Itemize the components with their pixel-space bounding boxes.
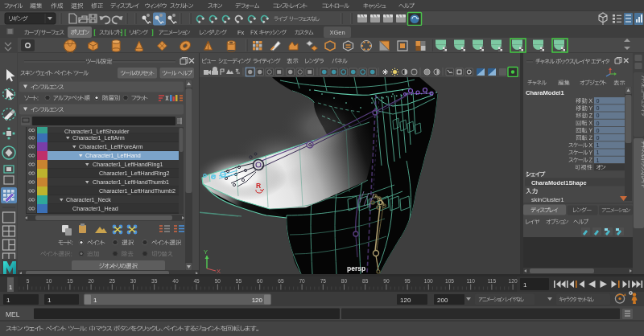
svg-text:0: 0 (597, 127, 600, 134)
svg-text:X: X (217, 268, 221, 275)
svg-text:25: 25 (109, 278, 116, 284)
svg-text:1: 1 (523, 281, 527, 289)
svg-text:110: 110 (466, 278, 475, 284)
svg-text:0: 0 (597, 104, 600, 112)
svg-text:CharaModel1Shape: CharaModel1Shape (531, 179, 587, 186)
svg-text:Fx: Fx (237, 29, 245, 36)
svg-text:XGen: XGen (329, 29, 345, 36)
svg-text:80: 80 (341, 278, 348, 284)
svg-text:skinCluster1: skinCluster1 (531, 196, 564, 203)
svg-text:Character1_LeftHandThumb2: Character1_LeftHandThumb2 (99, 187, 175, 195)
svg-text:15: 15 (67, 278, 73, 284)
svg-text:75: 75 (320, 278, 327, 284)
svg-text:1: 1 (6, 297, 10, 304)
svg-text:0: 0 (597, 134, 600, 141)
svg-text:100: 100 (424, 278, 433, 284)
svg-text:20: 20 (88, 278, 94, 284)
svg-text:120: 120 (400, 297, 411, 304)
svg-text:Y: Y (204, 248, 208, 256)
svg-text:10: 10 (46, 278, 52, 284)
svg-text:35: 35 (151, 278, 158, 284)
svg-text:persp: persp (347, 264, 365, 272)
svg-text:85: 85 (362, 278, 369, 284)
svg-text:90: 90 (383, 278, 390, 284)
svg-text:1: 1 (47, 297, 52, 304)
svg-text:95: 95 (404, 278, 411, 284)
svg-text:Character1_LeftHandRing1: Character1_LeftHandRing1 (93, 161, 163, 168)
svg-text:1: 1 (93, 297, 97, 304)
svg-text:115: 115 (488, 278, 497, 284)
svg-text:40: 40 (172, 278, 179, 284)
svg-text:65: 65 (278, 278, 284, 284)
svg-text:0: 0 (597, 120, 600, 127)
svg-text:200: 200 (437, 297, 448, 304)
svg-text:R: R (256, 182, 261, 190)
svg-text:5: 5 (27, 278, 30, 284)
svg-text:105: 105 (445, 278, 454, 284)
svg-text:60: 60 (257, 278, 263, 284)
svg-text:120: 120 (252, 297, 263, 304)
svg-text:1: 1 (597, 157, 600, 164)
svg-text:Character1_Neck: Character1_Neck (66, 196, 111, 203)
svg-text:120: 120 (509, 278, 518, 284)
svg-text:30: 30 (130, 278, 137, 284)
svg-text:Character1_LeftShoulder: Character1_LeftShoulder (64, 128, 130, 135)
svg-text:0: 0 (597, 112, 600, 119)
svg-text:MEL: MEL (6, 310, 20, 318)
svg-text:1: 1 (9, 284, 12, 291)
svg-text:Character1_LeftHand: Character1_LeftHand (85, 152, 141, 159)
svg-text:1: 1 (597, 141, 600, 149)
svg-text:Character1_LeftArm: Character1_LeftArm (72, 134, 125, 141)
svg-text:0: 0 (597, 97, 600, 104)
svg-text:Character1_LeftForeArm: Character1_LeftForeArm (79, 143, 143, 150)
svg-text:70: 70 (299, 278, 305, 284)
svg-text:Character1_LeftHandRing2: Character1_LeftHandRing2 (99, 170, 170, 177)
svg-text:CharaModel1: CharaModel1 (526, 89, 564, 96)
svg-text:45: 45 (193, 278, 200, 284)
svg-text:55: 55 (236, 278, 242, 284)
svg-text:Character1_Head: Character1_Head (72, 205, 118, 212)
svg-text:1: 1 (597, 149, 600, 156)
svg-text:50: 50 (215, 278, 221, 284)
svg-text:Character1_LeftHandThumb1: Character1_LeftHandThumb1 (93, 178, 169, 186)
